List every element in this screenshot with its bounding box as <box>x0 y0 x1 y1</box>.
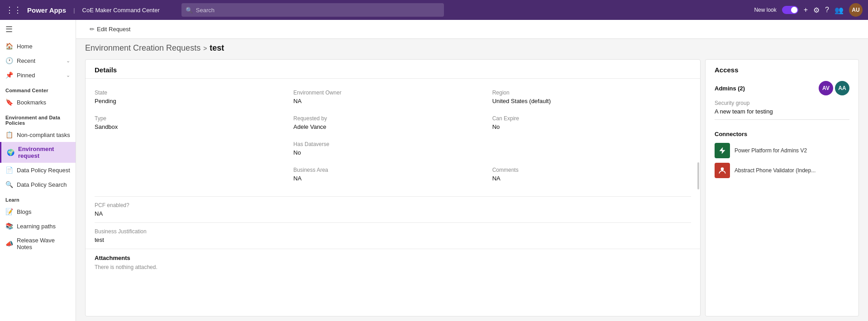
panels-row: Details State Pending Environment Owner … <box>76 55 868 321</box>
sidebar: ☰ 🏠 Home 🕐 Recent ⌄ 📌 Pinned ⌄ Command C… <box>0 20 76 321</box>
edit-request-label: Edit Request <box>97 26 130 33</box>
svg-point-0 <box>721 167 724 170</box>
sidebar-item-env-request[interactable]: 🌍 Environment request <box>0 142 76 163</box>
detail-type-label: Type <box>95 115 288 122</box>
detail-region-value: United States (default) <box>492 98 686 104</box>
detail-requested-by: Requested by Adele Vance <box>293 112 492 137</box>
detail-business-area-value: NA <box>293 175 486 182</box>
sidebar-recent-label: Recent <box>17 57 35 64</box>
help-icon[interactable]: ? <box>825 6 829 14</box>
action-bar: ✏ Edit Request <box>76 20 868 39</box>
breadcrumb: Environment Creation Requests > test <box>76 39 868 55</box>
detail-business-area-label: Business Area <box>293 167 486 173</box>
add-icon[interactable]: + <box>804 6 808 14</box>
sidebar-item-home[interactable]: 🏠 Home <box>0 39 76 53</box>
detail-region: Region United States (default) <box>492 86 691 112</box>
sidebar-blogs-label: Blogs <box>17 208 32 215</box>
detail-business-area: Business Area NA <box>293 163 492 189</box>
access-panel: Access Admins (2) AV AA Security gro <box>705 59 859 316</box>
blogs-icon: 📝 <box>5 208 13 215</box>
detail-requested-by-label: Requested by <box>293 115 486 122</box>
admin-avatar-av[interactable]: AV <box>819 81 833 95</box>
detail-comments-value: NA <box>492 175 686 182</box>
detail-can-expire-value: No <box>492 123 686 130</box>
connector-item-0: Power Platform for Admins V2 <box>715 143 849 158</box>
toggle-knob <box>791 7 797 13</box>
non-compliant-icon: 📋 <box>5 131 13 138</box>
business-justification-label: Business Justification <box>95 228 691 235</box>
detail-env-owner: Environment Owner NA <box>293 86 492 112</box>
detail-type-value: Sandbox <box>95 123 288 130</box>
details-panel: Details State Pending Environment Owner … <box>85 59 701 316</box>
sidebar-item-learning-paths[interactable]: 📚 Learning paths <box>0 219 76 233</box>
new-look-toggle[interactable] <box>782 6 798 14</box>
sidebar-menu-icon[interactable]: ☰ <box>0 20 76 39</box>
new-look-label: New look <box>754 7 776 13</box>
breadcrumb-current: test <box>210 43 224 53</box>
learning-paths-icon: 📚 <box>5 222 13 230</box>
detail-has-dataverse-label: Has Dataverse <box>293 141 486 147</box>
app-title: Power Apps <box>27 6 66 14</box>
top-navigation: ⋮⋮ Power Apps | CoE Maker Command Center… <box>0 0 868 20</box>
detail-spacer2 <box>492 137 691 163</box>
security-group-label: Security group <box>715 100 849 106</box>
pinned-chevron-icon: ⌄ <box>66 72 70 78</box>
sidebar-item-bookmarks[interactable]: 🔖 Bookmarks <box>0 95 76 109</box>
user-avatar[interactable]: AU <box>849 3 863 17</box>
detail-comments: Comments NA <box>492 163 691 189</box>
nav-divider: | <box>73 7 75 14</box>
details-grid: State Pending Environment Owner NA Regio… <box>86 79 700 196</box>
search-input[interactable] <box>181 3 444 17</box>
detail-can-expire: Can Expire No <box>492 112 691 137</box>
grid-menu-icon[interactable]: ⋮⋮ <box>5 5 22 15</box>
pcf-value: NA <box>95 210 691 217</box>
attachments-note: There is nothing attached. <box>95 264 691 270</box>
breadcrumb-parent[interactable]: Environment Creation Requests <box>85 43 200 53</box>
detail-has-dataverse-value: No <box>293 149 486 156</box>
data-policy-search-icon: 🔍 <box>5 181 13 188</box>
home-icon: 🏠 <box>5 42 13 50</box>
sidebar-item-blogs[interactable]: 📝 Blogs <box>0 204 76 219</box>
connectors-section: Connectors Power Platform for Admins V2 <box>706 125 858 188</box>
scroll-indicator <box>697 162 699 189</box>
sidebar-item-data-policy-search[interactable]: 🔍 Data Policy Search <box>0 177 76 192</box>
sidebar-release-wave-label: Release Wave Notes <box>17 237 70 250</box>
data-policy-icon: 📄 <box>5 166 13 174</box>
command-center-header: Command Center <box>0 82 76 95</box>
detail-spacer3 <box>95 163 293 189</box>
recent-chevron-icon: ⌄ <box>66 58 70 64</box>
detail-comments-label: Comments <box>492 167 686 173</box>
sidebar-item-pinned[interactable]: 📌 Pinned ⌄ <box>0 68 76 82</box>
detail-state-value: Pending <box>95 98 288 104</box>
sidebar-learning-paths-label: Learning paths <box>17 223 56 230</box>
sidebar-env-request-label: Environment request <box>18 146 70 159</box>
sidebar-bookmarks-label: Bookmarks <box>17 99 46 106</box>
sidebar-item-non-compliant[interactable]: 📋 Non-compliant tasks <box>0 127 76 142</box>
clock-icon: 🕐 <box>5 57 13 64</box>
sidebar-item-recent[interactable]: 🕐 Recent ⌄ <box>0 53 76 68</box>
business-justification-value: test <box>95 236 691 243</box>
content-area: ✏ Edit Request Environment Creation Requ… <box>76 20 868 321</box>
search-container: 🔍 <box>181 3 444 17</box>
top-nav-right: New look + ⚙ ? 👥 AU <box>754 3 863 17</box>
detail-state: State Pending <box>95 86 293 112</box>
edit-request-button[interactable]: ✏ Edit Request <box>85 24 135 35</box>
sidebar-item-data-policy[interactable]: 📄 Data Policy Request <box>0 163 76 177</box>
detail-has-dataverse: Has Dataverse No <box>293 137 492 163</box>
env-request-icon: 🌍 <box>7 149 14 156</box>
sidebar-item-release-wave[interactable]: 📣 Release Wave Notes <box>0 233 76 254</box>
admins-row: Admins (2) AV AA <box>715 81 849 95</box>
admins-label: Admins (2) <box>715 85 745 92</box>
security-group-value: A new team for testing <box>715 108 849 115</box>
sidebar-data-policy-search-label: Data Policy Search <box>17 181 67 188</box>
connector-item-1: Abstract Phone Validator (Indep... <box>715 163 849 178</box>
search-icon: 🔍 <box>186 7 193 14</box>
share-icon[interactable]: 👥 <box>835 6 844 14</box>
sidebar-pinned-label: Pinned <box>17 72 35 79</box>
release-wave-icon: 📣 <box>5 240 13 247</box>
settings-icon[interactable]: ⚙ <box>813 6 820 14</box>
detail-requested-by-value: Adele Vance <box>293 123 486 130</box>
admin-avatar-aa[interactable]: AA <box>835 81 849 95</box>
access-section: Access Admins (2) AV AA Security gro <box>706 60 858 119</box>
detail-can-expire-label: Can Expire <box>492 115 686 122</box>
